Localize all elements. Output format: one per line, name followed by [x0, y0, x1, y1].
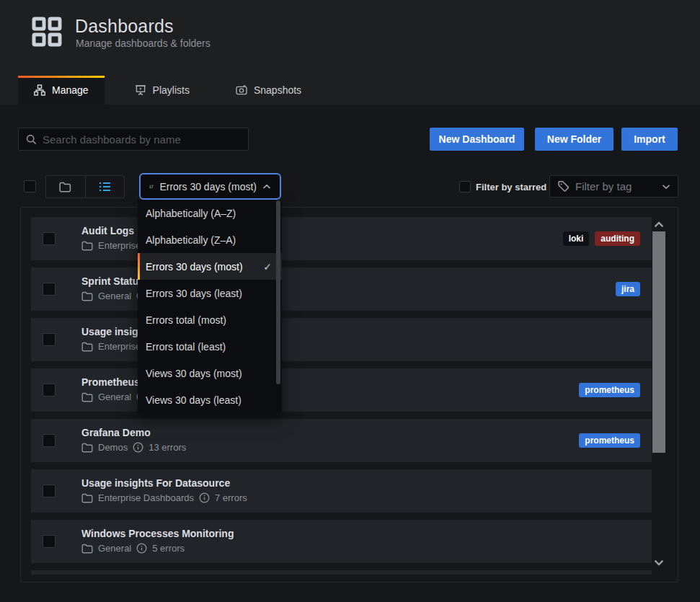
- sort-option[interactable]: Errors total (most): [138, 306, 282, 333]
- dashboard-title[interactable]: Audit Logs: [81, 225, 134, 236]
- error-count: 7 errors: [215, 492, 247, 503]
- folder-icon: [81, 342, 93, 352]
- tab-label: Playlists: [153, 84, 190, 96]
- list-view-button[interactable]: [85, 176, 125, 198]
- sort-amount-down-icon: [149, 182, 154, 192]
- sort-option-label: Alphabetically (Z–A): [146, 234, 236, 246]
- camera-icon: [236, 84, 247, 96]
- dashboard-title[interactable]: Sprint Status: [81, 275, 144, 287]
- sort-option[interactable]: Alphabetically (Z–A): [138, 226, 282, 253]
- tab-manage[interactable]: Manage: [18, 76, 105, 105]
- folder-name: General: [98, 291, 131, 301]
- dashboard-row[interactable]: Windows Processes Monitoring General 5 e…: [31, 520, 652, 563]
- dashboard-row[interactable]: Sprint Status General jira: [31, 267, 652, 311]
- page-title: Dashboards: [75, 16, 174, 37]
- page-header: Dashboards Manage dashboards & folders M…: [0, 0, 700, 105]
- row-meta: Enterprise Dashboards 7 errors: [81, 492, 247, 503]
- page-subtitle: Manage dashboards & folders: [76, 37, 211, 49]
- folder-view-button[interactable]: [46, 176, 85, 198]
- apps-grid-icon: [32, 17, 62, 47]
- sort-option[interactable]: Views 30 days (most): [138, 360, 282, 386]
- tag[interactable]: loki: [563, 231, 590, 246]
- sort-option[interactable]: Errors 30 days (most)✓: [138, 253, 282, 280]
- check-icon: ✓: [263, 261, 272, 273]
- import-button[interactable]: Import: [621, 128, 678, 151]
- tag-list: prometheus: [579, 368, 640, 412]
- tag[interactable]: prometheus: [579, 383, 640, 397]
- tab-label: Manage: [52, 84, 89, 96]
- row-checkbox[interactable]: [43, 333, 56, 346]
- dashboard-rows: Audit Logs Enterprise Dashboards lokiaud…: [31, 217, 652, 570]
- tab-playlists[interactable]: Playlists: [119, 76, 205, 105]
- dashboard-row[interactable]: Grafana Demo Demos 13 errors prometheus: [31, 419, 652, 462]
- chevron-down-icon: [662, 184, 670, 190]
- filter-starred-label: Filter by starred: [476, 182, 546, 192]
- sitemap-icon: [34, 84, 45, 96]
- filter-starred-checkbox[interactable]: [459, 181, 471, 192]
- sort-option-label: Errors 30 days (most): [146, 261, 243, 273]
- folder-icon: [81, 291, 93, 301]
- row-checkbox[interactable]: [43, 535, 56, 548]
- dashboard-row[interactable]: Usage insights For Datasource Enterprise…: [31, 469, 652, 513]
- dashboard-title[interactable]: Prometheus: [81, 376, 140, 388]
- search-input[interactable]: [43, 133, 241, 146]
- folder-icon: [81, 493, 93, 503]
- row-checkbox[interactable]: [43, 232, 56, 245]
- dashboard-row[interactable]: Prometheus General prometheus: [31, 368, 652, 412]
- list-view-icon: [99, 182, 111, 192]
- scrollbar-thumb[interactable]: [652, 231, 665, 453]
- new-dashboard-button[interactable]: New Dashboard: [430, 128, 524, 151]
- folder-icon: [81, 241, 93, 251]
- folder-icon: [81, 443, 93, 453]
- sort-option[interactable]: Alphabetically (A–Z): [138, 200, 282, 226]
- tab-snapshots[interactable]: Snapshots: [220, 76, 317, 105]
- tag-filter-placeholder: Filter by tag: [575, 180, 656, 192]
- dashboard-title[interactable]: Usage insights For Datasource: [81, 477, 230, 489]
- info-circle-icon: [136, 543, 147, 554]
- new-folder-button[interactable]: New Folder: [535, 128, 613, 151]
- dashboard-title[interactable]: Windows Processes Monitoring: [81, 528, 234, 539]
- info-circle-icon: [133, 442, 143, 453]
- tag[interactable]: prometheus: [579, 433, 640, 448]
- row-checkbox[interactable]: [43, 283, 56, 296]
- dashboard-title[interactable]: Grafana Demo: [81, 427, 151, 438]
- dashboard-row[interactable]: Audit Logs Enterprise Dashboards lokiaud…: [31, 217, 652, 260]
- search-box: [18, 128, 249, 151]
- folder-name: General: [98, 391, 131, 402]
- error-count: 5 errors: [152, 543, 185, 554]
- dashboards-page: Dashboards Manage dashboards & folders M…: [0, 0, 700, 602]
- search-icon: [26, 134, 37, 145]
- dashboard-row[interactable]: Usage insights Enterprise Dashboards: [31, 318, 652, 361]
- tag[interactable]: auditing: [595, 231, 640, 246]
- row-meta: General 5 errors: [81, 543, 185, 554]
- folder-icon: [81, 544, 93, 554]
- folder-name: Demos: [98, 442, 128, 453]
- error-count: 13 errors: [149, 442, 186, 453]
- sort-option[interactable]: Views 30 days (least): [138, 386, 282, 413]
- sort-option-label: Errors total (least): [146, 341, 226, 353]
- sort-option[interactable]: Errors 30 days (least): [138, 280, 282, 306]
- sort-option-label: Errors total (most): [146, 314, 226, 326]
- row-checkbox[interactable]: [43, 384, 56, 397]
- sort-option[interactable]: Errors total (least): [138, 333, 282, 360]
- tag-list: lokiauditing: [563, 217, 640, 260]
- row-checkbox[interactable]: [43, 484, 56, 497]
- tab-bar: Manage Playlists: [18, 76, 317, 105]
- scroll-down-button[interactable]: [652, 557, 665, 567]
- tag-filter-picker[interactable]: Filter by tag: [549, 175, 678, 198]
- tag-list: prometheus: [579, 419, 640, 462]
- select-all-checkbox[interactable]: [24, 180, 36, 192]
- folder-name: Enterprise Dashboards: [98, 492, 194, 503]
- tag[interactable]: jira: [616, 282, 640, 296]
- sort-picker[interactable]: Errors 30 days (most): [139, 173, 281, 200]
- sort-option-label: Views 30 days (least): [146, 394, 242, 406]
- scroll-up-button[interactable]: [652, 219, 665, 229]
- menu-scrollbar-thumb[interactable]: [276, 200, 280, 384]
- row-checkbox[interactable]: [43, 434, 56, 447]
- sort-option-label: Errors 30 days (least): [146, 288, 242, 299]
- dashboard-list: Audit Logs Enterprise Dashboards lokiaud…: [20, 207, 678, 583]
- tab-label: Snapshots: [254, 84, 301, 96]
- sort-option-label: Alphabetically (A–Z): [146, 208, 236, 219]
- tag-icon: [557, 180, 570, 192]
- folder-view-icon: [59, 182, 71, 192]
